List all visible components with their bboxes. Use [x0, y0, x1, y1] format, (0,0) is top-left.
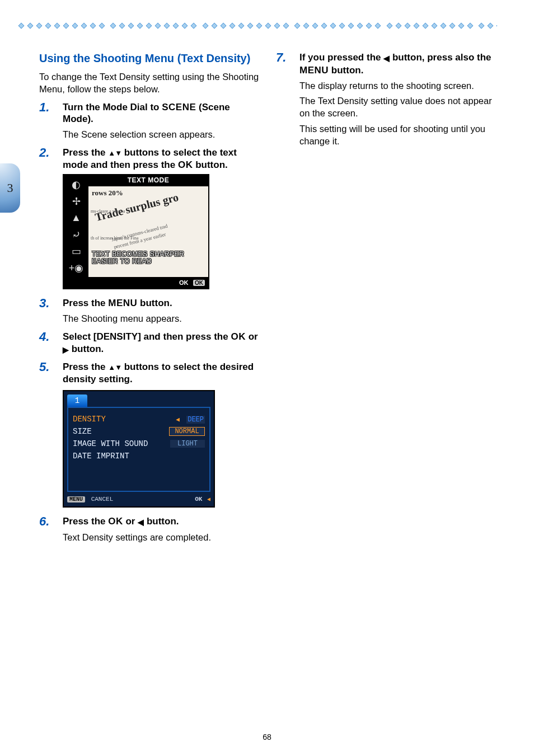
step-text: Press the — [63, 516, 108, 527]
step-text: button. — [329, 65, 363, 76]
density-option-deep: DEEP — [186, 416, 205, 424]
left-column: Using the Shooting Menu (Text Density) T… — [39, 51, 260, 549]
step-text: button. — [137, 298, 172, 308]
step-number: 3. — [39, 296, 49, 311]
step-4: 4. Select [DENSITY] and then press the O… — [39, 331, 260, 356]
step-number: 5. — [39, 360, 49, 374]
ok-label: OK — [179, 279, 189, 286]
step-6: 6. Press the OK or button. Text Density … — [39, 515, 260, 544]
lcd-density-menu: 1 DENSITY ◀ DEEP SIZE NO — [63, 390, 215, 508]
step-number: 7. — [276, 50, 286, 65]
mode-icon: ✢ — [72, 195, 81, 208]
step-body: The Text Density setting value does not … — [299, 95, 497, 120]
lcd-text-mode-preview: ◐ ✢ ▲ ⤾ ▭ +◉ TEXT MODE rows 20% Trade su… — [63, 174, 209, 289]
left-arrow-icon — [383, 52, 390, 64]
step-2: 2. Press the buttons to select the text … — [39, 147, 260, 290]
left-arrow-icon: ◀ — [176, 416, 180, 423]
lcd-title: TEXT MODE — [88, 175, 208, 187]
lcd-ok-bar: OK OK — [88, 277, 208, 288]
preview-text: th of increas hina, the Fina — [91, 236, 138, 241]
step-text: Select [DENSITY] and then press the — [63, 331, 231, 342]
step-body: This setting will be used for shooting u… — [299, 123, 497, 148]
menu-body: DENSITY ◀ DEEP SIZE NORMAL — [67, 407, 210, 492]
section-tab: 3 — [0, 163, 20, 213]
menu-chip: MENU — [67, 496, 85, 503]
up-down-icon — [108, 147, 121, 158]
step-number: 1. — [39, 100, 49, 115]
ok-glyph: OK — [178, 159, 193, 170]
ok-glyph: OK — [231, 331, 246, 342]
step-number: 2. — [39, 145, 49, 160]
right-column: 7. If you pressed the button, press also… — [276, 51, 497, 549]
section-number: 3 — [7, 181, 13, 195]
menu-glyph: MENU — [108, 298, 137, 308]
step-text: or — [246, 331, 258, 342]
right-arrow-icon — [63, 344, 69, 356]
ok-label: OK — [195, 496, 202, 503]
ok-box: OK — [193, 280, 205, 286]
menu-footer: MENU CANCEL OK ◀ — [67, 494, 210, 504]
preview-overlay: TEXT BECOMES SHARPER EASIER TO READ — [92, 251, 184, 265]
step-number: 4. — [39, 330, 49, 344]
step-1: 1. Turn the Mode Dial to SCENE (Scene Mo… — [39, 101, 260, 141]
step-5: 5. Press the buttons to select the desir… — [39, 361, 260, 508]
step-text: or — [123, 516, 138, 527]
step-text: button. — [193, 159, 227, 170]
page: 3 Using the Shooting Menu (Text Density)… — [0, 0, 534, 756]
density-option-normal: NORMAL — [169, 427, 205, 436]
step-text: Press the — [63, 298, 108, 308]
menu-item-density: DENSITY — [73, 415, 106, 424]
step-body: Text Density settings are completed. — [63, 532, 260, 544]
lcd-preview-area: rows 20% Trade surplus gro ms-cleare a y… — [88, 186, 208, 277]
step-text: button, press also the — [390, 52, 491, 63]
ok-glyph: OK — [108, 516, 123, 527]
menu-item-size: SIZE — [73, 427, 92, 436]
scene-glyph: SCENE — [162, 102, 196, 112]
step-body: The Shooting menu appears. — [63, 313, 260, 325]
lcd-icon-column: ◐ ✢ ▲ ⤾ ▭ +◉ — [64, 175, 88, 288]
mode-icon: +◉ — [69, 262, 84, 274]
menu-glyph: MENU — [299, 65, 329, 76]
left-arrow-icon: ◀ — [207, 496, 210, 503]
left-arrow-icon — [138, 516, 144, 528]
menu-item-date-imprint: DATE IMPRINT — [73, 452, 129, 461]
menu-tab-1: 1 — [67, 395, 87, 407]
step-text: button. — [144, 516, 179, 527]
step-number: 6. — [39, 514, 49, 529]
step-3: 3. Press the MENU button. The Shooting m… — [39, 297, 260, 325]
mode-icon: ◐ — [72, 179, 81, 191]
step-text: Press the — [63, 361, 108, 372]
density-option-light: LIGHT — [170, 440, 205, 448]
intro-paragraph: To change the Text Density setting using… — [39, 71, 260, 96]
step-body: The Scene selection screen appears. — [63, 129, 260, 141]
step-text: Press the — [63, 147, 108, 158]
step-text: Turn the Mode Dial to — [63, 102, 162, 112]
step-text: button. — [69, 344, 104, 354]
decorative-diamond-row — [17, 21, 497, 29]
preview-text: rows 20% — [92, 189, 123, 198]
mode-icon: ▭ — [72, 245, 81, 257]
mode-icon: ⤾ — [72, 228, 81, 241]
up-down-icon — [108, 361, 121, 372]
step-text: If you pressed the — [299, 52, 383, 63]
step-7: 7. If you pressed the button, press also… — [276, 51, 497, 147]
section-title: Using the Shooting Menu (Text Density) — [39, 51, 260, 65]
menu-item-image-with-sound: IMAGE WITH SOUND — [73, 439, 148, 448]
cancel-label: CANCEL — [91, 496, 114, 503]
step-body: The display returns to the shooting scre… — [299, 80, 497, 92]
preview-text: ms-cleare a year ea — [91, 209, 125, 214]
mode-icon: ▲ — [71, 212, 81, 224]
page-number: 68 — [0, 732, 534, 741]
